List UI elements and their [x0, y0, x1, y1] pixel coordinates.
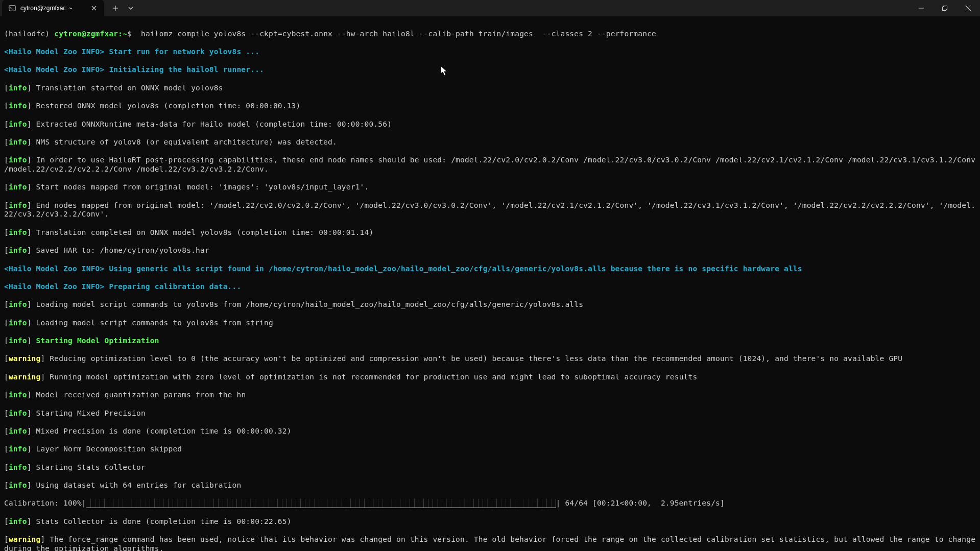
info-tag: info	[9, 319, 27, 327]
log-line: [info] Using dataset with 64 entries for…	[4, 481, 976, 490]
command-text: hailomz compile yolov8s --ckpt=cybest.on…	[136, 30, 656, 38]
info-tag: info	[9, 427, 27, 435]
log-line: <Hailo Model Zoo INFO> Start run for net…	[4, 47, 976, 57]
calibration-stats: | 64/64 [00:21<00:00, 2.95entries/s]	[556, 499, 725, 507]
log-line: [info] Layer Norm Decomposition skipped	[4, 445, 976, 454]
log-line: [info] Saved HAR to: /home/cytron/yolov8…	[4, 246, 976, 255]
log-line: [info] Start nodes mapped from original …	[4, 183, 976, 192]
log-line: [info] Mixed Precision is done (completi…	[4, 427, 976, 436]
info-tag: info	[9, 517, 27, 525]
log-line: <Hailo Model Zoo INFO> Initializing the …	[4, 65, 976, 75]
log-line: [info] Stats Collector is done (completi…	[4, 517, 976, 526]
log-line: [warning] Running model optimization wit…	[4, 373, 976, 382]
prompt-userhost: cytron@zgmfxar:~	[54, 30, 127, 38]
log-line: [info] Starting Mixed Precision	[4, 409, 976, 418]
prompt-symbol: $	[127, 30, 132, 38]
progress-line: Calibration: 100%|██████████████████████…	[4, 499, 976, 508]
hmz-tag: <Hailo Model Zoo INFO>	[4, 265, 104, 273]
warning-tag: warning	[9, 535, 41, 543]
warning-tag: warning	[9, 354, 41, 363]
progress-bar: ████████████████████████████████████████…	[86, 499, 556, 508]
tab-close-button[interactable]	[90, 4, 98, 12]
log-line: [info] Translation completed on ONNX mod…	[4, 228, 976, 237]
log-line: [info] Restored ONNX model yolov8s (comp…	[4, 102, 976, 111]
tab-active[interactable]: cytron@zgmfxar: ~	[2, 0, 104, 16]
info-tag: info	[9, 409, 27, 417]
info-tag: info	[9, 391, 27, 399]
log-line: [info] Starting Model Optimization	[4, 337, 976, 346]
info-tag: info	[9, 156, 27, 164]
maximize-button[interactable]	[933, 0, 957, 16]
log-line: [info] Loading model script commands to …	[4, 300, 976, 309]
info-tag: info	[9, 102, 27, 110]
info-tag: info	[9, 201, 27, 209]
log-line: [info] Model received quantization param…	[4, 391, 976, 400]
log-line: [info] Loading model script commands to …	[4, 319, 976, 328]
info-tag: info	[9, 138, 27, 146]
log-line: <Hailo Model Zoo INFO> Preparing calibra…	[4, 282, 976, 292]
calibration-label: Calibration: 100%|	[4, 499, 86, 507]
titlebar: cytron@zgmfxar: ~	[0, 0, 980, 16]
terminal-icon	[8, 4, 16, 12]
info-tag: info	[9, 481, 27, 489]
svg-rect-0	[9, 6, 15, 11]
info-tag: info	[9, 228, 27, 236]
terminal-output[interactable]: (hailodfc) cytron@zgmfxar:~$ hailomz com…	[0, 16, 980, 551]
venv-name: (hailodfc)	[4, 30, 50, 38]
hmz-tag: <Hailo Model Zoo INFO>	[4, 282, 104, 291]
minimize-button[interactable]	[910, 0, 933, 16]
close-window-button[interactable]	[957, 0, 980, 16]
log-line: <Hailo Model Zoo INFO> Using generic all…	[4, 265, 976, 274]
info-tag: info	[9, 120, 27, 128]
info-tag: info	[9, 246, 27, 254]
log-line: [info] Extracted ONNXRuntime meta-data f…	[4, 120, 976, 129]
info-tag: info	[9, 337, 27, 345]
hmz-tag: <Hailo Model Zoo INFO>	[4, 47, 104, 56]
info-tag: info	[9, 445, 27, 453]
warning-tag: warning	[9, 373, 41, 381]
profile-dropdown-button[interactable]	[125, 2, 137, 14]
info-tag: info	[9, 300, 27, 308]
log-line: [info] In order to use HailoRT post-proc…	[4, 156, 976, 174]
svg-rect-7	[943, 7, 946, 11]
optimization-start: Starting Model Optimization	[36, 337, 159, 345]
info-tag: info	[9, 183, 27, 191]
tab-title: cytron@zgmfxar: ~	[20, 5, 86, 12]
window-controls	[910, 0, 980, 16]
log-line: [info] NMS structure of yolov8 (or equiv…	[4, 138, 976, 147]
info-tag: info	[9, 463, 27, 471]
log-line: [info] End nodes mapped from original mo…	[4, 201, 976, 219]
new-tab-button[interactable]	[107, 2, 124, 14]
info-tag: info	[9, 84, 27, 92]
log-line: [info] Starting Stats Collector	[4, 463, 976, 472]
log-line: [warning] The force_range command has be…	[4, 535, 976, 551]
log-line: [warning] Reducing optimization level to…	[4, 354, 976, 364]
hmz-tag: <Hailo Model Zoo INFO>	[4, 65, 104, 74]
log-line: [info] Translation started on ONNX model…	[4, 84, 976, 93]
prompt-line: (hailodfc) cytron@zgmfxar:~$ hailomz com…	[4, 30, 976, 39]
